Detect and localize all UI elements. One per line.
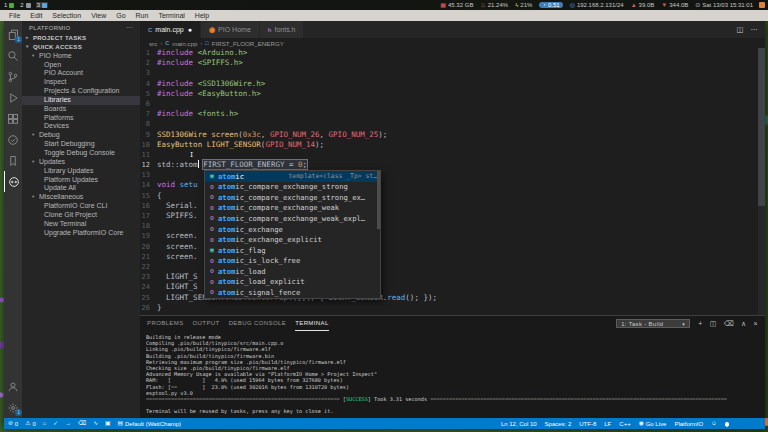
sidebar-item-project-tasks[interactable]: ▸PROJECT TASKS [22, 34, 140, 43]
sidebar-item-miscellaneous[interactable]: ▾Miscellaneous [22, 193, 140, 202]
tab-pio-home[interactable]: ◉PIO Home [201, 21, 260, 38]
tab-main-cpp[interactable]: Cmain.cpp● [140, 21, 201, 38]
new-terminal-icon[interactable]: + [698, 320, 703, 328]
sidebar-item-devices[interactable]: Devices [22, 122, 140, 131]
eol[interactable]: LF [604, 421, 611, 427]
breadcrumb[interactable]: src›Cmain.cpp›□FIRST_FLOOR_ENERGY [140, 38, 765, 48]
breadcrumb-main-cpp[interactable]: main.cpp [172, 40, 197, 47]
completion-atomic-load-explicit[interactable]: ⚙atomic_load_explicit [205, 276, 380, 287]
menu-help[interactable]: Help [190, 12, 214, 19]
completion-atomic-exchange[interactable]: ⚙atomic_exchange [205, 224, 380, 235]
workspace-switcher[interactable]: 123 [3, 2, 48, 8]
problems-errors[interactable]: ⊘0 [8, 421, 18, 427]
sidebar-item-library-updates[interactable]: Library Updates [22, 167, 140, 176]
breadcrumb-first-floor-energy[interactable]: FIRST_FLOOR_ENERGY [212, 40, 284, 47]
menu-edit[interactable]: Edit [25, 12, 47, 19]
completion-atomic-compare-exchange-weak-expl[interactable]: ⚙atomic_compare_exchange_weak_expl… [205, 213, 380, 224]
breadcrumb-src[interactable]: src [149, 40, 157, 47]
menu-view[interactable]: View [86, 12, 111, 19]
pio-build-button[interactable]: ✓ [53, 421, 58, 427]
tab-fonts-h[interactable]: hfonts.h [260, 21, 305, 38]
language-mode[interactable]: C++ [619, 421, 630, 427]
sidebar-item-inspect[interactable]: Inspect [22, 78, 140, 87]
popup-scrollbar[interactable] [377, 171, 380, 229]
encoding[interactable]: UTF-8 [579, 421, 596, 427]
pio-clean-button[interactable]: ⌫ [78, 421, 86, 427]
pio-env-selector[interactable]: ▤Default (WattChamp) [117, 421, 181, 427]
sidebar-item-projects-configuration[interactable]: Projects & Configuration [22, 87, 140, 96]
panel-tab-problems[interactable]: PROBLEMS [147, 316, 184, 331]
pio-terminal-button[interactable]: ▣ [105, 421, 110, 427]
go-live[interactable]: ◉Go Live [639, 421, 667, 427]
sidebar-item-new-terminal[interactable]: New Terminal [22, 220, 140, 229]
sidebar-item-updates[interactable]: ▾Updates [22, 158, 140, 167]
menu-terminal[interactable]: Terminal [153, 12, 189, 19]
pio-home-button[interactable]: ⌂ [43, 421, 47, 427]
terminal-output[interactable]: Building in release modeCompiling .pio/b… [140, 331, 765, 418]
platformio-status[interactable]: PlatformIO [674, 421, 703, 427]
problems-warnings[interactable]: ⚠0 [25, 421, 36, 427]
split-editor-icon[interactable]: ◫ [736, 25, 743, 34]
platformio-icon[interactable] [4, 171, 22, 192]
menu-file[interactable]: File [4, 12, 25, 19]
completion-atomic-compare-exchange-strong-ex[interactable]: ⚙atomic_compare_exchange_strong_ex… [205, 192, 380, 203]
pio-upload-button[interactable]: → [65, 421, 71, 427]
sidebar-item-libraries[interactable]: Libraries [22, 96, 140, 105]
completion-atomic-signal-fence[interactable]: ⚙atomic_signal_fence [205, 287, 380, 298]
completion-atomic-load[interactable]: ⚙atomic_load [205, 266, 380, 277]
workspace-3[interactable]: 3 [36, 2, 48, 8]
panel-tab-debug-console[interactable]: DEBUG CONSOLE [229, 316, 287, 331]
menu-run[interactable]: Run [131, 12, 154, 19]
sidebar-item-quick-access[interactable]: ▾QUICK ACCESS [22, 43, 140, 52]
test-icon[interactable] [4, 129, 22, 150]
extensions-icon[interactable] [4, 108, 22, 129]
sidebar-item-platform-updates[interactable]: Platform Updates [22, 176, 140, 185]
tray-icon[interactable] [759, 2, 765, 8]
panel-tab-output[interactable]: OUTPUT [193, 316, 220, 331]
indentation[interactable]: Spaces: 2 [545, 421, 572, 427]
notifications[interactable] [725, 422, 729, 426]
panel-tab-terminal[interactable]: TERMINAL [295, 316, 329, 331]
completion-atomic-compare-exchange-weak[interactable]: ⚙atomic_compare_exchange_weak [205, 203, 380, 214]
explorer-icon[interactable]: 1 [4, 24, 22, 45]
more-actions-icon[interactable]: ⋯ [126, 24, 133, 32]
completion-atomic-compare-exchange-strong[interactable]: ⚙atomic_compare_exchange_strong [205, 182, 380, 193]
settings-gear-icon[interactable]: 1 [4, 397, 22, 418]
sidebar-item-platforms[interactable]: Platforms [22, 114, 140, 123]
sidebar-item-pio-home[interactable]: ▾PIO Home [22, 52, 140, 61]
sidebar-item-boards[interactable]: Boards [22, 105, 140, 114]
search-icon[interactable] [4, 45, 22, 66]
more-actions-icon[interactable]: ⋯ [751, 25, 759, 34]
terminal-selector[interactable]: 1: Task - Build ▾ [616, 319, 690, 328]
cursor-position[interactable]: Ln 12, Col 10 [501, 421, 537, 427]
pio-serial-monitor-button[interactable]: ∿ [93, 421, 98, 427]
completion-atomic-is-lock-free[interactable]: ⚙atomic_is_lock_free [205, 255, 380, 266]
sidebar-item-clone-git-project[interactable]: Clone Git Project [22, 211, 140, 220]
sidebar-item-start-debugging[interactable]: Start Debugging [22, 140, 140, 149]
close-panel-icon[interactable]: × [754, 320, 759, 328]
code-editor[interactable]: 1#include <Arduino.h>2#include <SPIFFS.h… [140, 48, 765, 315]
completion-atomic-exchange-explicit[interactable]: ⚙atomic_exchange_explicit [205, 234, 380, 245]
sidebar-item-upgrade-platformio-core[interactable]: Upgrade PlatformIO Core [22, 229, 140, 238]
run-debug-icon[interactable] [4, 87, 22, 108]
menu-go[interactable]: Go [111, 12, 130, 19]
sidebar-item-pio-account[interactable]: PIO Account [22, 69, 140, 78]
account-icon[interactable] [4, 376, 22, 397]
sidebar-item-open[interactable]: Open [22, 61, 140, 70]
sidebar-item-update-all[interactable]: Update All [22, 184, 140, 193]
source-control-icon[interactable] [4, 66, 22, 87]
menu-selection[interactable]: Selection [47, 12, 86, 19]
editor-scrollbar[interactable] [758, 48, 765, 315]
bookmarks-icon[interactable] [4, 150, 22, 171]
scrollbar-thumb[interactable] [758, 48, 765, 206]
sidebar-item-debug[interactable]: ▾Debug [22, 131, 140, 140]
kill-terminal-icon[interactable]: ⌫ [724, 320, 734, 328]
feedback[interactable]: ☺ [711, 421, 717, 427]
completion-atomic-flag[interactable]: ▣atomic_flag [205, 245, 380, 256]
workspace-2[interactable]: 2 [19, 2, 31, 8]
sidebar-item-platformio-core-cli[interactable]: PlatformIO Core CLI [22, 202, 140, 211]
maximize-panel-icon[interactable]: ∧ [741, 320, 747, 328]
workspace-1[interactable]: 1 [3, 2, 15, 8]
split-terminal-icon[interactable]: ◫ [710, 320, 717, 328]
completion-atomic[interactable]: ▣atomictemplate<class _Tp> st… [205, 171, 380, 182]
